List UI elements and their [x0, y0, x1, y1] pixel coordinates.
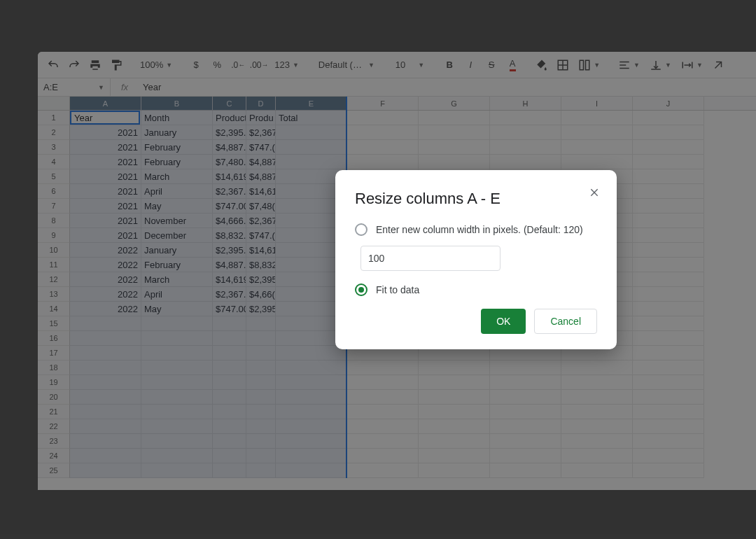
- cell[interactable]: [347, 419, 419, 434]
- vertical-align-dropdown[interactable]: ▼: [645, 55, 676, 75]
- row-header[interactable]: 12: [38, 272, 70, 287]
- cell[interactable]: [419, 360, 490, 375]
- cell[interactable]: [246, 419, 276, 434]
- cell[interactable]: [633, 331, 704, 346]
- row-header[interactable]: 2: [38, 125, 70, 140]
- cell[interactable]: [347, 463, 419, 478]
- select-all-corner[interactable]: [38, 97, 70, 110]
- text-rotation-button[interactable]: [708, 55, 728, 75]
- cell[interactable]: [213, 449, 246, 463]
- cell[interactable]: [276, 419, 347, 434]
- cell[interactable]: Produ: [246, 111, 276, 125]
- row-header[interactable]: 9: [38, 228, 70, 243]
- cell[interactable]: [347, 434, 419, 449]
- ok-button[interactable]: OK: [481, 309, 526, 334]
- row-header[interactable]: 21: [38, 405, 70, 419]
- cell[interactable]: $2,395.!: [213, 125, 246, 140]
- cell[interactable]: [490, 375, 561, 390]
- more-formats-dropdown[interactable]: 123▼: [270, 55, 303, 75]
- cell[interactable]: Product: [213, 111, 246, 125]
- cell[interactable]: April: [141, 184, 213, 199]
- row-header[interactable]: 8: [38, 214, 70, 228]
- cell[interactable]: $747.(: [246, 140, 276, 155]
- cell[interactable]: $4,887.(: [213, 140, 246, 155]
- cell[interactable]: May: [141, 302, 213, 316]
- cell[interactable]: [490, 360, 561, 375]
- cell[interactable]: [246, 331, 276, 346]
- cell[interactable]: $7,48(: [246, 199, 276, 214]
- option-fit-to-data[interactable]: Fit to data: [355, 284, 597, 296]
- cell[interactable]: [490, 434, 561, 449]
- cell[interactable]: [561, 125, 633, 140]
- cell[interactable]: [70, 405, 141, 419]
- cell[interactable]: February: [141, 258, 213, 272]
- cell[interactable]: [246, 463, 276, 478]
- cell[interactable]: $4,666.(: [213, 214, 246, 228]
- cell[interactable]: [633, 449, 704, 463]
- cell[interactable]: [633, 390, 704, 405]
- cell[interactable]: [276, 449, 347, 463]
- cell[interactable]: 2021: [70, 155, 141, 169]
- cell[interactable]: March: [141, 272, 213, 287]
- cell[interactable]: [490, 463, 561, 478]
- cell[interactable]: [141, 405, 213, 419]
- cell[interactable]: [490, 405, 561, 419]
- cell[interactable]: [633, 140, 704, 155]
- cell[interactable]: [347, 390, 419, 405]
- column-header-a[interactable]: A: [70, 97, 141, 110]
- cell[interactable]: [561, 434, 633, 449]
- cell[interactable]: 2022: [70, 258, 141, 272]
- dialog-close-button[interactable]: [584, 183, 604, 202]
- cell[interactable]: $2,367.(: [213, 287, 246, 302]
- cell[interactable]: [633, 155, 704, 169]
- cell[interactable]: [246, 375, 276, 390]
- cell[interactable]: [419, 405, 490, 419]
- column-headers[interactable]: ABCDEFGHIJ: [38, 97, 756, 111]
- cell[interactable]: [246, 449, 276, 463]
- cell[interactable]: 2021: [70, 140, 141, 155]
- column-header-b[interactable]: B: [141, 97, 213, 110]
- cell[interactable]: 2021: [70, 214, 141, 228]
- column-header-e[interactable]: E: [276, 97, 347, 110]
- cell[interactable]: [633, 125, 704, 140]
- cell[interactable]: [70, 375, 141, 390]
- cell[interactable]: January: [141, 243, 213, 258]
- radio-fit-to-data[interactable]: [355, 284, 368, 296]
- row-header[interactable]: 3: [38, 140, 70, 155]
- cell[interactable]: [70, 316, 141, 331]
- font-family-dropdown[interactable]: Default (Ari…▼: [313, 55, 380, 75]
- cell[interactable]: [276, 390, 347, 405]
- cell[interactable]: [213, 346, 246, 360]
- cell[interactable]: [419, 125, 490, 140]
- formula-input[interactable]: Year: [139, 82, 756, 92]
- cell[interactable]: [213, 316, 246, 331]
- cell[interactable]: $2,367: [246, 214, 276, 228]
- column-header-d[interactable]: D: [246, 97, 276, 110]
- cell[interactable]: [70, 346, 141, 360]
- cell[interactable]: $14,619: [213, 272, 246, 287]
- fill-color-button[interactable]: [532, 55, 552, 75]
- cell[interactable]: [213, 331, 246, 346]
- cell[interactable]: [490, 390, 561, 405]
- cell[interactable]: [633, 111, 704, 125]
- undo-button[interactable]: [43, 55, 63, 75]
- cell[interactable]: [633, 214, 704, 228]
- cell[interactable]: [276, 405, 347, 419]
- cell[interactable]: [633, 272, 704, 287]
- radio-enter-pixels[interactable]: [355, 223, 368, 236]
- cell[interactable]: [561, 111, 633, 125]
- cell[interactable]: [141, 390, 213, 405]
- zoom-dropdown[interactable]: 100%▼: [136, 55, 176, 75]
- cell[interactable]: $7,480.!: [213, 155, 246, 169]
- row-header[interactable]: 18: [38, 360, 70, 375]
- cell[interactable]: [141, 375, 213, 390]
- merge-cells-dropdown[interactable]: ▼: [574, 55, 604, 75]
- row-header[interactable]: 11: [38, 258, 70, 272]
- print-button[interactable]: [85, 55, 105, 75]
- cell[interactable]: [633, 419, 704, 434]
- cell[interactable]: [70, 360, 141, 375]
- cell[interactable]: $8,832.(: [213, 228, 246, 243]
- strikethrough-button[interactable]: S: [482, 55, 501, 75]
- cell[interactable]: [276, 375, 347, 390]
- cell[interactable]: [70, 331, 141, 346]
